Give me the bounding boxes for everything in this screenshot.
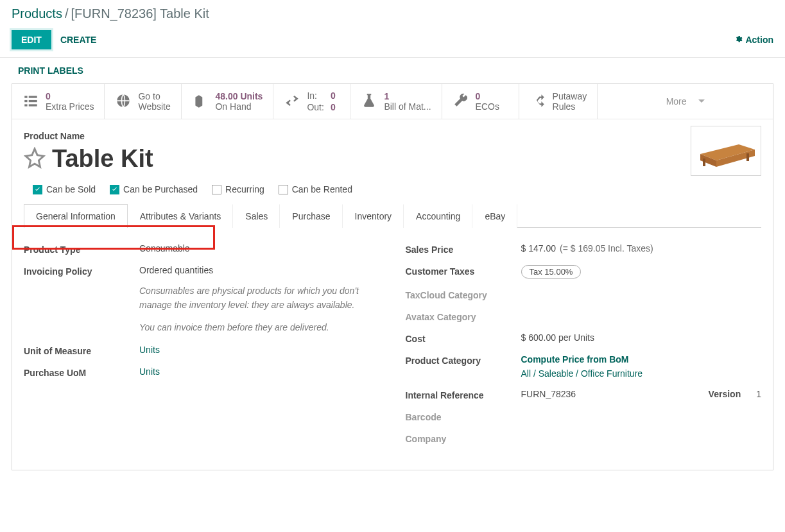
invoicing-hint-2: You can invoice them before they are del… [139,321,380,334]
tab-ebay[interactable]: eBay [472,204,517,228]
check-recurring[interactable]: Recurring [212,184,264,194]
action-label: Action [745,35,773,45]
print-labels-button[interactable]: PRINT LABELS [0,58,785,83]
compute-price-link[interactable]: Compute Price from BoM [521,354,762,365]
field-invoicing-policy: Invoicing Policy Ordered quantities Cons… [24,265,380,334]
flask-icon [361,92,377,111]
svg-rect-3 [29,96,37,98]
tab-accounting[interactable]: Accounting [404,204,472,228]
uom-link[interactable]: Units [139,345,160,355]
transfer-icon [284,92,300,111]
breadcrumb-root[interactable]: Products [12,6,62,21]
highlight-annotation [12,225,215,250]
check-can-be-sold[interactable]: Can be Sold [33,184,96,194]
tab-general-information[interactable]: General Information [24,204,128,228]
product-image[interactable] [691,126,761,176]
edit-button[interactable]: EDIT [12,30,51,49]
favorite-star-icon[interactable] [24,147,46,171]
svg-rect-1 [24,99,27,101]
breadcrumb: Products/[FURN_78236] Table Kit [0,0,785,24]
version-value: 1 [756,389,761,400]
list-icon [22,92,39,111]
wrench-icon [453,92,469,111]
boxes-icon [192,92,209,111]
field-avatax: Avatax Category [406,311,762,322]
field-internal-reference: Internal Reference FURN_78236 Version 1 [406,389,762,400]
tabs: General Information Attributes & Variant… [24,203,761,228]
svg-rect-5 [29,104,37,106]
tab-attributes-variants[interactable]: Attributes & Variants [128,204,234,228]
stat-website[interactable]: Go toWebsite [105,84,182,119]
svg-rect-11 [746,153,749,161]
breadcrumb-separator: / [65,6,69,21]
tab-inventory[interactable]: Inventory [343,204,404,228]
toolbar: EDIT CREATE Action [0,24,785,58]
check-can-be-purchased[interactable]: Can be Purchased [110,184,198,194]
svg-rect-4 [29,99,37,101]
version-label: Version [709,389,741,400]
create-button[interactable]: CREATE [51,31,106,49]
tax-tag[interactable]: Tax 15.00% [521,265,582,279]
field-purchase-uom: Purchase UoM Units [24,366,380,378]
tab-sales[interactable]: Sales [233,204,280,228]
globe-icon [115,92,132,111]
stat-onhand[interactable]: 48.00 UnitsOn Hand [182,84,273,119]
product-name: Table Kit [52,145,153,173]
stat-bom[interactable]: 1Bill of Mat... [350,84,442,119]
field-product-category: Product Category Compute Price from BoM … [406,354,762,379]
checkbox-icon [279,185,288,194]
caret-down-icon [698,96,705,107]
invoicing-hint-1: Consumables are physical products for wh… [139,284,380,312]
field-sales-price: Sales Price $ 147.00(= $ 169.05 Incl. Ta… [406,243,762,255]
purchase-uom-link[interactable]: Units [139,366,160,377]
invoicing-policy-value: Ordered quantities [139,265,213,275]
svg-rect-0 [24,96,27,98]
stat-ecos[interactable]: 0ECOs [442,84,519,119]
svg-rect-10 [703,159,705,166]
action-dropdown[interactable]: Action [735,35,773,45]
field-barcode: Barcode [406,411,762,422]
stat-buttons: 0Extra Prices Go toWebsite 48.00 UnitsOn… [12,84,773,119]
breadcrumb-current: [FURN_78236] Table Kit [71,6,209,21]
checkbox-icon [110,185,119,194]
shuffle-icon [530,92,546,111]
stat-more[interactable]: More [598,84,773,119]
product-name-label: Product Name [24,131,761,141]
field-company: Company [406,433,762,444]
field-taxcloud: TaxCloud Category [406,289,762,300]
checkbox-icon [212,185,221,194]
field-customer-taxes: Customer Taxes Tax 15.00% [406,265,762,279]
checkbox-icon [33,185,42,194]
svg-rect-2 [24,104,27,106]
field-uom: Unit of Measure Units [24,345,380,356]
field-cost: Cost $ 600.00 per Units [406,332,762,344]
stat-putaway[interactable]: PutawayRules [519,84,598,119]
check-can-be-rented[interactable]: Can be Rented [279,184,352,194]
stat-inout[interactable]: In:0 Out:0 [273,84,350,119]
category-link[interactable]: All / Saleable / Office Furniture [521,368,643,379]
gear-icon [735,35,743,45]
tab-purchase[interactable]: Purchase [280,204,342,228]
stat-extra-prices[interactable]: 0Extra Prices [12,84,105,119]
